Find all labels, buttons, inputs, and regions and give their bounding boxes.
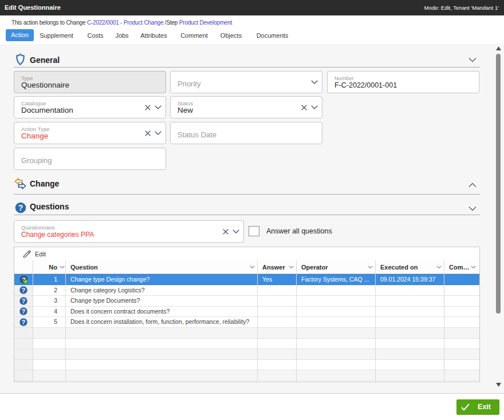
svg-text:?: ?: [22, 298, 25, 304]
svg-text:?: ?: [22, 287, 25, 294]
svg-text:?: ?: [18, 203, 23, 212]
svg-text:?: ?: [22, 319, 25, 326]
svg-text:?: ?: [22, 308, 25, 315]
